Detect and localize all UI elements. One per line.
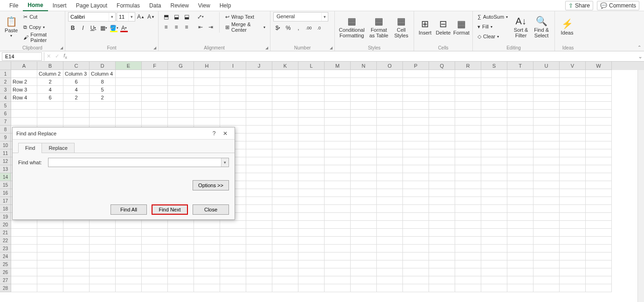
cell-B6[interactable] <box>37 110 63 118</box>
cell-L24[interactable] <box>298 253 325 260</box>
cell-L17[interactable] <box>298 197 325 205</box>
cell-V15[interactable] <box>560 181 586 189</box>
column-header-W[interactable]: W <box>586 62 612 70</box>
cell-O6[interactable] <box>377 110 403 118</box>
cell-P4[interactable] <box>403 94 429 102</box>
cell-V14[interactable] <box>560 173 586 181</box>
column-header-N[interactable]: N <box>351 62 377 70</box>
align-top-button[interactable]: ⬒ <box>161 12 171 21</box>
cell-E3[interactable] <box>116 86 142 94</box>
cell-I6[interactable] <box>220 110 246 118</box>
row-header-26[interactable]: 26 <box>0 268 11 276</box>
column-header-H[interactable]: H <box>194 62 220 70</box>
cell-W8[interactable] <box>586 126 612 133</box>
cell-S14[interactable] <box>481 173 507 181</box>
cell-J19[interactable] <box>246 213 272 221</box>
cell-M8[interactable] <box>325 126 351 133</box>
cell-N13[interactable] <box>351 165 377 173</box>
cell-M16[interactable] <box>325 189 351 197</box>
cell-V8[interactable] <box>560 126 586 133</box>
cell-S25[interactable] <box>481 260 507 268</box>
cell-U24[interactable] <box>533 253 560 260</box>
cell-W3[interactable] <box>586 86 612 94</box>
cell-R11[interactable] <box>455 149 481 157</box>
cell-G3[interactable] <box>168 86 194 94</box>
cell-O26[interactable] <box>377 268 403 276</box>
cell-V13[interactable] <box>560 165 586 173</box>
cell-Q25[interactable] <box>429 260 455 268</box>
tab-help[interactable]: Help <box>215 0 236 11</box>
paste-button[interactable]: 📋 Paste ▾ <box>3 12 20 42</box>
cell-M25[interactable] <box>325 260 351 268</box>
cell-U16[interactable] <box>533 189 560 197</box>
cell-M4[interactable] <box>325 94 351 102</box>
cell-D28[interactable] <box>90 284 116 292</box>
cell-F26[interactable] <box>142 268 168 276</box>
cell-K5[interactable] <box>272 102 298 110</box>
cell-K6[interactable] <box>272 110 298 118</box>
cell-V26[interactable] <box>560 268 586 276</box>
cell-O19[interactable] <box>377 213 403 221</box>
alignment-dialog-launcher[interactable]: ◢ <box>265 46 268 50</box>
cell-K11[interactable] <box>272 149 298 157</box>
cell-S16[interactable] <box>481 189 507 197</box>
cell-P13[interactable] <box>403 165 429 173</box>
row-header-3[interactable]: 3 <box>0 86 11 94</box>
cell-F22[interactable] <box>142 237 168 245</box>
cell-O1[interactable] <box>377 70 403 78</box>
row-header-12[interactable]: 12 <box>0 157 11 165</box>
cell-W17[interactable] <box>586 197 612 205</box>
cell-E5[interactable] <box>116 102 142 110</box>
cell-T20[interactable] <box>507 221 533 229</box>
cell-N8[interactable] <box>351 126 377 133</box>
cell-A23[interactable] <box>11 245 37 253</box>
cell-U20[interactable] <box>533 221 560 229</box>
cell-D3[interactable]: 5 <box>90 86 116 94</box>
cell-R18[interactable] <box>455 205 481 213</box>
clipboard-dialog-launcher[interactable]: ◢ <box>60 46 63 50</box>
cell-I28[interactable] <box>220 284 246 292</box>
cell-V9[interactable] <box>560 133 586 141</box>
cell-T10[interactable] <box>507 141 533 149</box>
row-header-23[interactable]: 23 <box>0 245 11 253</box>
cell-O15[interactable] <box>377 181 403 189</box>
cell-V6[interactable] <box>560 110 586 118</box>
cell-G25[interactable] <box>168 260 194 268</box>
cell-I21[interactable] <box>220 229 246 237</box>
row-header-20[interactable]: 20 <box>0 221 11 229</box>
tab-formulas[interactable]: Formulas <box>112 0 145 11</box>
cell-Q19[interactable] <box>429 213 455 221</box>
cell-L1[interactable] <box>298 70 325 78</box>
cell-U8[interactable] <box>533 126 560 133</box>
cell-N9[interactable] <box>351 133 377 141</box>
font-dialog-launcher[interactable]: ◢ <box>153 46 156 50</box>
cell-E21[interactable] <box>116 229 142 237</box>
cell-L5[interactable] <box>298 102 325 110</box>
cell-K24[interactable] <box>272 253 298 260</box>
cell-B5[interactable] <box>37 102 63 110</box>
dialog-help-button[interactable]: ? <box>208 130 220 137</box>
cell-U12[interactable] <box>533 157 560 165</box>
cell-T11[interactable] <box>507 149 533 157</box>
align-left-button[interactable]: ≡ <box>161 22 171 32</box>
cell-U2[interactable] <box>533 78 560 86</box>
cell-V18[interactable] <box>560 205 586 213</box>
cell-C1[interactable]: Column 3 <box>63 70 90 78</box>
cell-M5[interactable] <box>325 102 351 110</box>
vertical-scrollbar[interactable] <box>637 70 644 302</box>
cell-M13[interactable] <box>325 165 351 173</box>
delete-cells-button[interactable]: ⊟Delete <box>435 12 451 42</box>
cell-H23[interactable] <box>194 245 220 253</box>
cell-Q9[interactable] <box>429 133 455 141</box>
cell-I23[interactable] <box>220 245 246 253</box>
cell-R28[interactable] <box>455 284 481 292</box>
cell-V4[interactable] <box>560 94 586 102</box>
cell-M18[interactable] <box>325 205 351 213</box>
font-name-input[interactable] <box>69 13 109 21</box>
cell-D26[interactable] <box>90 268 116 276</box>
cell-R27[interactable] <box>455 276 481 284</box>
cell-R2[interactable] <box>455 78 481 86</box>
row-header-17[interactable]: 17 <box>0 197 11 205</box>
cell-J24[interactable] <box>246 253 272 260</box>
cell-N5[interactable] <box>351 102 377 110</box>
